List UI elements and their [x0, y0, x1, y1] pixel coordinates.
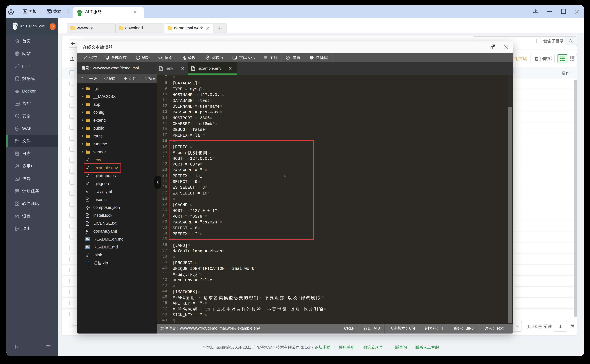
svg-text:WAF: WAF: [16, 128, 19, 130]
